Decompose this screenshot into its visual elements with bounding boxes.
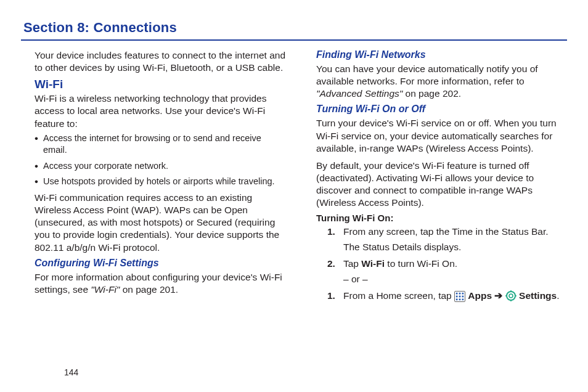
svg-rect-5 <box>462 296 464 298</box>
text-run: Tap <box>343 258 361 269</box>
bullet-item: Access the internet for browsing or to s… <box>35 133 285 157</box>
svg-rect-8 <box>462 299 464 301</box>
svg-rect-0 <box>456 293 458 295</box>
step-number: 1. <box>327 290 335 303</box>
turning-p2: By default, your device's Wi-Fi feature … <box>316 160 567 210</box>
turning-heading: Turning Wi-Fi On or Off <box>316 104 567 115</box>
steps-list-2: 1. From a Home screen, tap Apps ➔ <box>327 290 567 303</box>
apps-icon <box>454 291 465 302</box>
svg-rect-4 <box>459 296 461 298</box>
apps-label: Apps <box>468 290 492 301</box>
step-item: 1. From a Home screen, tap Apps ➔ <box>327 290 567 303</box>
svg-rect-7 <box>459 299 461 301</box>
step-text: From any screen, tap the Time in the Sta… <box>343 226 549 237</box>
text-run: . <box>557 290 559 301</box>
wifi-bullet-list: Access the internet for browsing or to s… <box>35 133 285 188</box>
configuring-paragraph: For more information about configuring y… <box>35 271 285 296</box>
settings-label: Settings <box>519 290 557 301</box>
two-column-layout: Your device includes features to connect… <box>21 49 567 306</box>
turning-p1: Turn your device's Wi-Fi service on or o… <box>316 117 567 154</box>
step-subtext: The Status Details displays. <box>343 241 567 254</box>
wifi-wap-paragraph: Wi-Fi communication requires access to a… <box>35 192 285 254</box>
bullet-item: Use hotspots provided by hotels or airpo… <box>35 176 285 188</box>
svg-rect-6 <box>456 299 458 301</box>
step-number: 1. <box>327 226 335 239</box>
finding-paragraph: You can have your device automatically n… <box>316 63 567 100</box>
step-item: 1. From any screen, tap the Time in the … <box>327 226 567 254</box>
cross-reference: "Wi-Fi" <box>91 284 120 295</box>
steps-list-1: 1. From any screen, tap the Time in the … <box>327 226 567 286</box>
turning-on-subheading: Turning Wi-Fi On: <box>316 213 567 223</box>
text-run: to turn Wi-Fi On. <box>385 258 457 269</box>
step-item: 2. Tap Wi-Fi to turn Wi-Fi On. – or – <box>327 258 567 286</box>
arrow-icon: ➔ <box>492 290 505 301</box>
cross-reference: "Advanced Settings" <box>316 88 402 99</box>
configuring-heading: Configuring Wi-Fi Settings <box>35 258 285 269</box>
wifi-desc: Wi-Fi is a wireless networking technolog… <box>35 92 285 129</box>
wifi-heading: Wi-Fi <box>35 78 285 91</box>
step-number: 2. <box>327 258 335 271</box>
svg-rect-2 <box>462 293 464 295</box>
svg-rect-1 <box>459 293 461 295</box>
section-title: Section 8: Connections <box>23 20 567 36</box>
intro-paragraph: Your device includes features to connect… <box>35 49 285 74</box>
text-run: You can have your device automatically n… <box>316 63 538 86</box>
title-rule <box>21 39 567 41</box>
svg-rect-3 <box>456 296 458 298</box>
or-separator: – or – <box>343 273 567 286</box>
text-run: From a Home screen, tap <box>343 290 454 301</box>
text-run: on page 202. <box>402 88 461 99</box>
settings-icon <box>505 290 517 301</box>
svg-point-10 <box>509 294 513 298</box>
bold-label: Wi-Fi <box>361 258 385 269</box>
right-column: Finding Wi-Fi Networks You can have your… <box>303 49 567 306</box>
svg-point-9 <box>507 292 515 300</box>
text-run: on page 201. <box>120 284 178 295</box>
bullet-item: Access your corporate network. <box>35 160 285 173</box>
finding-heading: Finding Wi-Fi Networks <box>316 49 567 60</box>
page-number: 144 <box>64 367 78 377</box>
left-column: Your device includes features to connect… <box>21 49 285 306</box>
